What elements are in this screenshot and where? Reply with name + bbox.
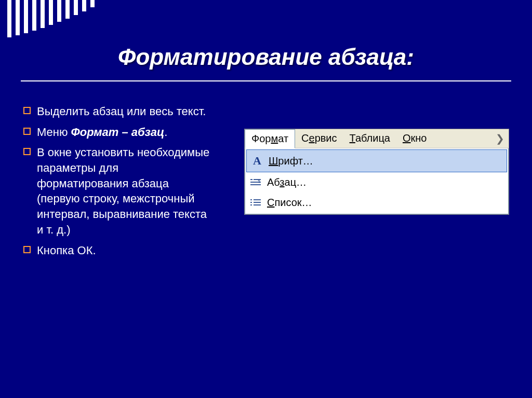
word-menu-screenshot: Формат Сервис Таблица Окно ❯ A Шрифт… ¶ … [244,129,509,215]
bullet-box-icon [23,246,31,253]
svg-rect-3 [250,184,261,185]
dropdown-label: Список… [267,197,312,209]
bullet-item: Кнопка ОК. [23,243,210,258]
text-emphasis: Формат – абзац [71,126,165,139]
bullet-box-icon [23,107,31,114]
menu-format[interactable]: Формат [245,129,295,148]
list-icon [248,198,263,208]
svg-rect-8 [254,202,261,203]
format-dropdown: A Шрифт… ¶ Абзац… [245,148,509,214]
bullet-item: Выделить абзац или весь текст. [23,104,210,119]
text-fragment: Меню [37,126,71,139]
svg-rect-0 [250,179,252,180]
bullet-text: Выделить абзац или весь текст. [37,104,206,119]
dropdown-item-font[interactable]: A Шрифт… [246,149,507,172]
text-fragment: . [164,126,167,139]
bullet-item: В окне установить необходимые параметры … [23,145,210,237]
dropdown-item-paragraph[interactable]: ¶ Абзац… [245,172,508,193]
svg-rect-5 [250,199,252,200]
svg-rect-10 [254,204,261,205]
paragraph-icon: ¶ [248,178,263,187]
bullet-text: Меню Формат – абзац. [37,125,167,140]
title-underline [21,80,511,81]
corner-stripes [0,0,95,37]
bullet-box-icon [23,128,31,135]
bullet-item: Меню Формат – абзац. [23,125,210,140]
menu-overflow-icon[interactable]: ❯ [491,129,509,148]
bullet-list: Выделить абзац или весь текст. Меню Форм… [23,104,210,263]
bullet-text: Кнопка ОК. [37,243,96,258]
menubar: Формат Сервис Таблица Окно ❯ [245,129,509,148]
bullet-box-icon [23,148,31,155]
dropdown-label: Абзац… [267,176,307,188]
svg-text:¶: ¶ [258,178,260,183]
menu-window[interactable]: Окно [396,129,433,148]
menu-table[interactable]: Таблица [343,129,396,148]
bullet-text: В окне установить необходимые параметры … [37,145,210,237]
font-icon: A [250,154,264,168]
slide-title: Форматирование абзаца: [0,44,532,70]
dropdown-label: Шрифт… [269,155,313,167]
svg-rect-7 [250,202,252,203]
menu-service[interactable]: Сервис [295,129,343,148]
dropdown-item-list[interactable]: Список… [245,193,508,213]
svg-rect-9 [250,204,252,205]
svg-rect-6 [254,199,261,200]
